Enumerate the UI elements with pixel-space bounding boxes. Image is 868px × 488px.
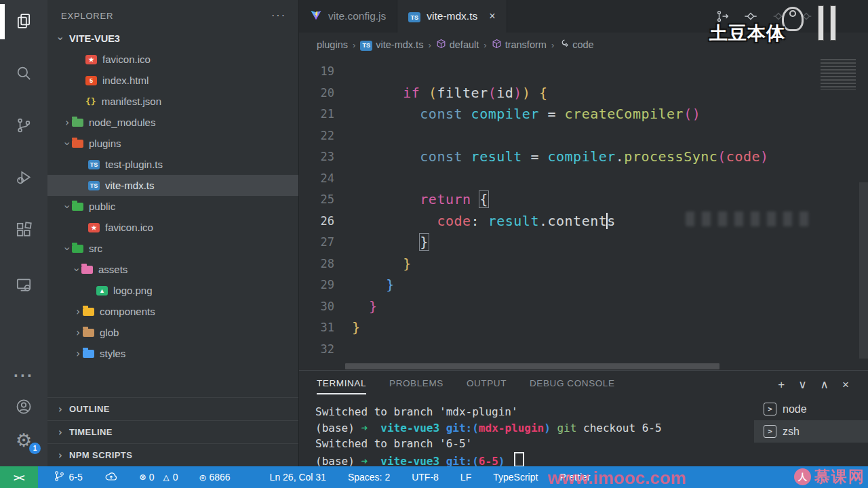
horizontal-scrollbar[interactable] [345,363,719,369]
line-number[interactable]: 21 [299,104,334,125]
screen-overlay-watermark: 土豆本体 [709,21,785,45]
status-sync[interactable] [104,470,118,485]
line-number[interactable]: 23 [299,146,334,168]
code-line-28: } [352,253,868,275]
tree-item-node-modules[interactable]: ›node_modules [47,112,298,133]
tree-item-label: components [100,306,155,317]
section-npm-scripts[interactable]: ›NPM SCRIPTS [47,443,298,466]
breadcrumb-transform[interactable]: transform [492,39,547,51]
line-number[interactable]: 26 [299,211,334,232]
ts-icon: TS [408,10,420,23]
activity-more-views-button[interactable]: ··· [0,359,47,392]
tree-item-components[interactable]: ›components [47,301,298,322]
status-indentation[interactable]: Spaces: 2 [348,472,390,483]
status-port[interactable]: ◎6866 [199,471,230,483]
run-debug-icon [15,169,33,189]
line-number[interactable]: 29 [299,274,334,296]
breadcrumb-default[interactable]: default [436,39,479,51]
line-number[interactable]: 24 [299,168,334,190]
activity-explorer-button[interactable] [0,6,47,39]
line-number[interactable]: 28 [299,253,334,275]
breadcrumb-vite-mdx-ts[interactable]: TSvite-mdx.ts [360,39,423,51]
status-git-branch[interactable]: 6-5 [53,470,83,485]
remote-indicator[interactable]: >< [0,466,38,488]
terminal-dropdown-icon[interactable]: ∨ [798,378,806,392]
line-number[interactable]: 19 [299,61,334,83]
tree-item-label: logo.png [113,285,153,296]
error-icon: ⊗ [140,471,146,483]
panel-tab-output[interactable]: OUTPUT [467,378,507,394]
activity-remote-explorer-button[interactable] [0,270,47,302]
close-icon[interactable]: × [489,10,495,22]
panel-tab-problems[interactable]: PROBLEMS [389,378,443,394]
tree-item-label: index.html [102,75,149,86]
line-number[interactable]: 31 [299,317,334,339]
line-number[interactable]: 20 [299,83,334,104]
new-terminal-icon[interactable]: + [778,378,785,392]
status-bar: >< 6-5⊗0△0◎6866 Ln 26, Col 31Spaces: 2UT… [0,466,868,488]
activity-settings-button[interactable]: ⚙1 [0,424,47,457]
section-timeline[interactable]: ›TIMELINE [47,420,298,443]
warning-icon: △ [163,471,170,483]
file-tree: ★favicon.ico5index.html{}manifest.json›n… [47,49,298,364]
panel-tab-debug-console[interactable]: DEBUG CONSOLE [530,378,615,394]
close-panel-icon[interactable]: × [842,378,849,392]
tree-item-public[interactable]: ›public [47,196,298,217]
file-icon: TS [88,181,100,190]
folder-icon [83,308,94,316]
breadcrumb-plugins[interactable]: plugins [317,39,348,50]
explorer-more-actions-icon[interactable]: ··· [271,9,286,22]
terminal-icon: > [764,425,776,438]
tree-item-logo-png[interactable]: ▲logo.png [47,280,298,301]
tab-vite-config-js[interactable]: vite.config.js [299,0,397,33]
tree-item-glob[interactable]: ›glob [47,322,298,343]
line-number[interactable]: 27 [299,232,334,253]
terminal-session-node[interactable]: >node [754,398,868,420]
line-number[interactable]: 25 [299,189,334,211]
line-number[interactable]: 32 [299,339,334,361]
tree-item-favicon-ico[interactable]: ★favicon.ico [47,49,298,70]
terminal-session-zsh[interactable]: >zsh [754,420,868,443]
activity-search-button[interactable] [0,58,47,91]
activity-extensions-button[interactable] [0,215,47,247]
activity-accounts-button[interactable] [0,392,47,424]
status-encoding[interactable]: UTF-8 [412,472,439,483]
folder-icon [81,266,93,274]
activity-source-control-button[interactable] [0,110,47,143]
line-number-gutter[interactable]: 1920212223242526272829303132 [299,57,352,370]
minimap[interactable] [821,59,856,90]
brand-logo-icon: 人 [794,468,811,485]
tab-vite-mdx-ts[interactable]: TSvite-mdx.ts× [397,0,507,33]
line-number[interactable]: 30 [299,296,334,318]
project-root-row[interactable]: › VITE-VUE3 [47,27,298,49]
line-number[interactable]: 22 [299,125,334,147]
breadcrumb-label: default [450,39,479,50]
activity-run-debug-button[interactable] [0,163,47,195]
maximize-panel-icon[interactable]: ∧ [821,378,829,392]
code-line-21: const compiler = createCompiler() [352,104,868,125]
tree-item-index-html[interactable]: 5index.html [47,70,298,91]
section-outline[interactable]: ›OUTLINE [47,397,298,420]
folder-icon [83,329,94,337]
status-cursor-position[interactable]: Ln 26, Col 31 [270,472,326,483]
chevron-right-icon: › [73,306,83,318]
tree-item-test-plugin-ts[interactable]: TStest-plugin.ts [47,154,298,175]
tree-item-favicon-ico[interactable]: ★favicon.ico [47,217,298,238]
status-language-mode[interactable]: TypeScript [493,472,538,483]
tree-item-styles[interactable]: ›styles [47,343,298,364]
breadcrumb-code[interactable]: code [559,39,593,51]
status-eol[interactable]: LF [460,472,471,483]
tabs: vite.config.jsTSvite-mdx.ts× [299,0,507,33]
vertical-scrollbar[interactable] [859,182,868,359]
status-problems[interactable]: ⊗0△0 [140,471,178,483]
tree-item-assets[interactable]: ›assets [47,259,298,280]
code-line-30: } [352,296,868,318]
tree-item-vite-mdx-ts[interactable]: TSvite-mdx.ts [47,175,298,196]
session-label: zsh [783,426,800,438]
code-line-27: } [352,232,868,253]
tree-item-plugins[interactable]: ›plugins [47,133,298,154]
tree-item-manifest-json[interactable]: {}manifest.json [47,91,298,112]
tree-item-src[interactable]: ›src [47,238,298,259]
panel-tab-terminal[interactable]: TERMINAL [317,378,366,394]
code-line-19 [352,61,868,83]
